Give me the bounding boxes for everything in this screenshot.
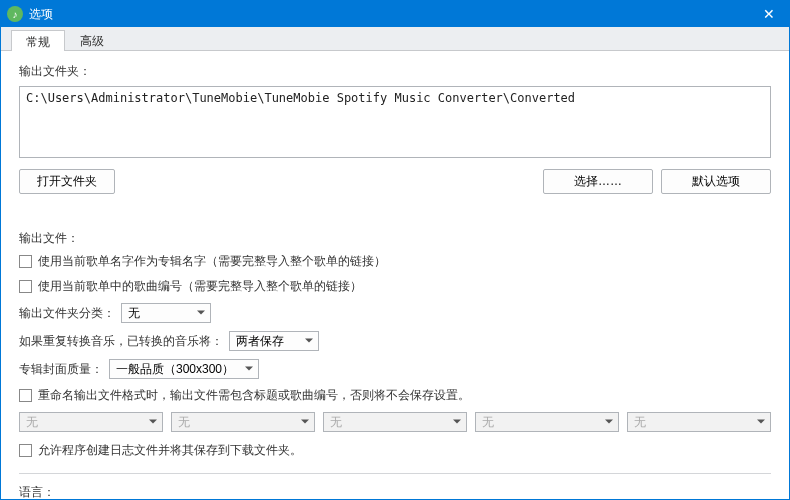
output-folder-label: 输出文件夹：: [19, 63, 771, 80]
app-icon: ♪: [7, 6, 23, 22]
format-part-3: 无: [323, 412, 467, 432]
tab-bar: 常规 高级: [1, 27, 789, 51]
tab-content: 输出文件夹： 打开文件夹 选择…… 默认选项 输出文件： 使用当前歌单名字作为专…: [1, 51, 789, 500]
label-allow-log: 允许程序创建日志文件并将其保存到下载文件夹。: [38, 442, 302, 459]
label-playlist-as-album: 使用当前歌单名字作为专辑名字（需要完整导入整个歌单的链接）: [38, 253, 386, 270]
tab-advanced[interactable]: 高级: [65, 29, 119, 50]
output-folder-path[interactable]: [19, 86, 771, 158]
cover-quality-value: 一般品质（300x300）: [116, 361, 234, 378]
choose-folder-button[interactable]: 选择……: [543, 169, 653, 194]
checkbox-rename-format[interactable]: [19, 389, 32, 402]
folder-category-select[interactable]: 无: [121, 303, 211, 323]
default-options-button[interactable]: 默认选项: [661, 169, 771, 194]
cover-quality-label: 专辑封面质量：: [19, 361, 103, 378]
close-icon: ✕: [763, 6, 775, 22]
separator: [19, 473, 771, 474]
language-label: 语言：: [19, 484, 771, 500]
output-file-label: 输出文件：: [19, 230, 771, 247]
format-part-2: 无: [171, 412, 315, 432]
window-title: 选项: [29, 6, 53, 23]
duplicate-value: 两者保存: [236, 333, 284, 350]
folder-category-value: 无: [128, 305, 140, 322]
close-button[interactable]: ✕: [749, 1, 789, 27]
format-part-1: 无: [19, 412, 163, 432]
duplicate-select[interactable]: 两者保存: [229, 331, 319, 351]
open-folder-button[interactable]: 打开文件夹: [19, 169, 115, 194]
label-rename-format: 重命名输出文件格式时，输出文件需包含标题或歌曲编号，否则将不会保存设置。: [38, 387, 470, 404]
format-part-4: 无: [475, 412, 619, 432]
checkbox-playlist-as-album[interactable]: [19, 255, 32, 268]
format-part-5: 无: [627, 412, 771, 432]
checkbox-use-track-number[interactable]: [19, 280, 32, 293]
duplicate-label: 如果重复转换音乐，已转换的音乐将：: [19, 333, 223, 350]
cover-quality-select[interactable]: 一般品质（300x300）: [109, 359, 259, 379]
label-use-track-number: 使用当前歌单中的歌曲编号（需要完整导入整个歌单的链接）: [38, 278, 362, 295]
checkbox-allow-log[interactable]: [19, 444, 32, 457]
titlebar: ♪ 选项 ✕: [1, 1, 789, 27]
tab-general[interactable]: 常规: [11, 30, 65, 51]
folder-category-label: 输出文件夹分类：: [19, 305, 115, 322]
